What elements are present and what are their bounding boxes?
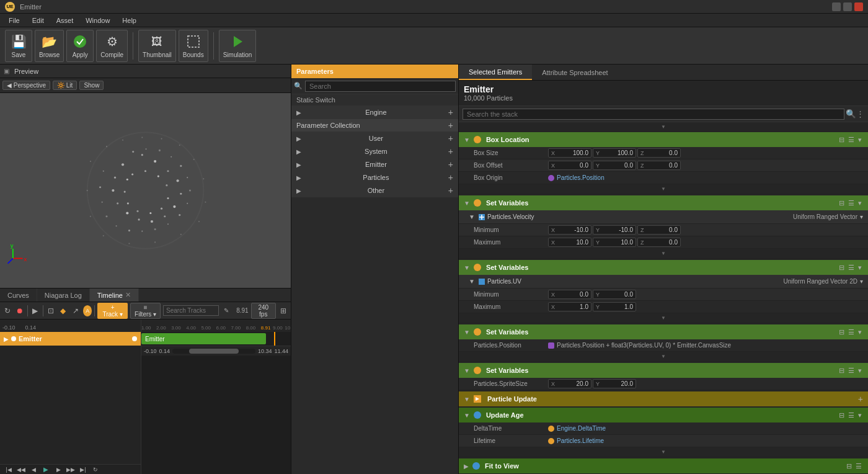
ua-settings[interactable]: ⊟ xyxy=(838,411,846,419)
particles-add-btn[interactable]: + xyxy=(448,173,453,182)
key-btn[interactable]: ◆ xyxy=(58,305,68,317)
params-engine-header[interactable]: ▶ Engine + xyxy=(291,106,458,118)
sv2-particles-uv[interactable]: ▼ Particles.UV Uniform Ranged Vector 2D … xyxy=(459,275,868,288)
set-variables-1-header[interactable]: ▼ Set Variables ⊟ ☰ ▾ xyxy=(459,195,868,210)
sv2-settings[interactable]: ⊟ xyxy=(838,264,846,272)
fps-button[interactable]: 240 fps xyxy=(251,303,276,319)
filters-button[interactable]: ≡ Filters ▾ xyxy=(130,303,161,319)
ftv-menu[interactable]: ☰ xyxy=(854,462,863,470)
record-btn[interactable]: ⏺ xyxy=(15,305,25,317)
sv1-particles-velocity[interactable]: ▼ Particles.Velocity Uniform Ranged Vect… xyxy=(459,210,868,224)
timeline-scroll-thumb[interactable] xyxy=(172,349,255,354)
set-variables-3-header[interactable]: ▼ Set Variables ⊟ ☰ ▾ xyxy=(459,324,868,339)
perspective-dropdown[interactable]: ◀ Perspective xyxy=(2,81,50,90)
scroll-thumb[interactable] xyxy=(189,349,239,354)
sv1-min-z[interactable]: Z0.0 xyxy=(637,225,681,235)
sv4-arrow[interactable]: ▾ xyxy=(857,367,863,375)
add-track-button[interactable]: + Track ▾ xyxy=(97,303,128,319)
params-user-header[interactable]: ▶ User + xyxy=(291,132,458,145)
timeline-tab-close[interactable]: ✕ xyxy=(125,291,131,299)
engine-add-btn[interactable]: + xyxy=(448,108,453,117)
loop-btn[interactable]: ↻ xyxy=(2,305,12,317)
box-location-header[interactable]: ▼ Box Location ⊟ ☰ ▾ xyxy=(459,132,868,147)
collapse-all-btn[interactable]: ▼ xyxy=(459,122,868,132)
sv2-dropdown[interactable]: ▾ xyxy=(860,278,863,285)
sv1-collapse-arr[interactable]: ▼ xyxy=(459,249,868,259)
lit-button[interactable]: 🔆 Lit xyxy=(53,81,77,90)
tl-next-frame[interactable]: ▶| xyxy=(77,463,89,475)
tab-timeline[interactable]: Timeline ✕ xyxy=(90,288,139,302)
sv1-max-y[interactable]: Y10.0 xyxy=(593,238,636,247)
parameters-search-input[interactable] xyxy=(305,81,456,92)
update-age-header[interactable]: ▼ Update Age ⊟ ☰ ▾ xyxy=(459,408,868,423)
ftv-settings[interactable]: ⊟ xyxy=(845,462,853,470)
browse-button[interactable]: 📂 Browse xyxy=(35,30,64,62)
apply-button[interactable]: Apply xyxy=(66,30,94,62)
tab-selected-emitters[interactable]: Selected Emitters xyxy=(459,65,532,80)
sv1-settings[interactable]: ⊟ xyxy=(838,199,846,207)
box-location-menu[interactable]: ☰ xyxy=(847,136,856,144)
menu-edit[interactable]: Edit xyxy=(26,16,50,25)
box-offset-z[interactable]: Z0.0 xyxy=(637,161,681,170)
set-variables-4-header[interactable]: ▼ Set Variables ⊟ ☰ ▾ xyxy=(459,363,868,378)
sv2-max-x[interactable]: X1.0 xyxy=(548,302,591,311)
tab-attribute-spreadsheet[interactable]: Attribute Spreadsheet xyxy=(532,65,618,80)
sv4-sprite-y[interactable]: Y20.0 xyxy=(593,379,636,388)
sv4-sprite-x[interactable]: X20.0 xyxy=(548,379,591,388)
sv1-min-x[interactable]: X-10.0 xyxy=(548,225,591,235)
menu-help[interactable]: Help xyxy=(116,16,143,25)
stack-search-input[interactable] xyxy=(463,109,844,120)
maximize-btn[interactable] xyxy=(843,2,852,11)
tab-niagara-log[interactable]: Niagara Log xyxy=(37,288,90,302)
tl-play[interactable]: ▶ xyxy=(40,463,52,475)
params-system-header[interactable]: ▶ System + xyxy=(291,145,458,158)
set-variables-2-header[interactable]: ▼ Set Variables ⊟ ☰ ▾ xyxy=(459,260,868,275)
thumbnail-button[interactable]: 🖼 Thumbnail xyxy=(138,30,176,62)
sv2-menu[interactable]: ☰ xyxy=(847,264,856,272)
sv4-settings[interactable]: ⊟ xyxy=(838,367,846,375)
params-other-header[interactable]: ▶ Other + xyxy=(291,184,458,197)
show-button[interactable]: Show xyxy=(79,81,104,90)
menu-window[interactable]: Window xyxy=(79,16,116,25)
sv2-arrow[interactable]: ▾ xyxy=(857,264,863,272)
box-location-arrow[interactable]: ▾ xyxy=(857,136,863,144)
sv2-min-x[interactable]: X0.0 xyxy=(548,290,591,299)
minimize-btn[interactable] xyxy=(832,2,841,11)
sv1-max-x[interactable]: X10.0 xyxy=(548,238,591,247)
sv1-dropdown[interactable]: ▾ xyxy=(860,213,863,220)
ua-menu[interactable]: ☰ xyxy=(847,411,856,419)
params-parameter-collection-header[interactable]: Parameter Collection + xyxy=(291,119,458,132)
parameter-collection-add-btn[interactable]: + xyxy=(448,121,453,130)
box-size-z[interactable]: Z0.0 xyxy=(637,148,681,158)
fit-to-view-header[interactable]: ▶ Fit to View ⊟ ☰ xyxy=(459,458,868,473)
compile-button[interactable]: ⚙ Compile xyxy=(96,30,128,62)
snap-btn[interactable]: ⊡ xyxy=(46,305,56,317)
sv2-collapse-arr[interactable]: ▼ xyxy=(459,313,868,323)
stack-search-icon[interactable]: 🔍 xyxy=(846,109,856,118)
tl-next-key[interactable]: ▶▶ xyxy=(64,463,77,475)
particle-update-header[interactable]: ▼ Particle Update + xyxy=(459,391,868,406)
bounds-button[interactable]: Bounds xyxy=(179,30,208,62)
sv3-menu[interactable]: ☰ xyxy=(847,328,856,336)
play-btn[interactable]: ▶ xyxy=(30,305,40,317)
tl-loop[interactable]: ↻ xyxy=(89,463,102,475)
ua-deltatime-value[interactable]: Engine.DeltaTime xyxy=(557,425,606,432)
tl-back[interactable]: ◀ xyxy=(27,463,40,475)
auto-key-btn[interactable]: A xyxy=(83,305,92,316)
emitter-add-btn[interactable]: + xyxy=(448,160,453,169)
box-offset-x[interactable]: X0.0 xyxy=(548,161,591,170)
tangent-btn[interactable]: ↗ xyxy=(71,305,81,317)
tl-prev-frame[interactable]: |◀ xyxy=(2,463,15,475)
sv1-max-z[interactable]: Z0.0 xyxy=(637,238,681,247)
close-btn[interactable] xyxy=(854,2,863,11)
sv2-min-y[interactable]: Y0.0 xyxy=(593,290,636,299)
params-particles-header[interactable]: ▶ Particles + xyxy=(291,171,458,184)
search-tracks-input[interactable] xyxy=(163,305,219,316)
sv1-min-y[interactable]: Y-10.0 xyxy=(593,225,636,235)
ua-lifetime-value[interactable]: Particles.Lifetime xyxy=(557,437,604,444)
box-offset-y[interactable]: Y0.0 xyxy=(593,161,636,170)
stack-options-btn[interactable]: ⋮ xyxy=(856,109,864,118)
timeline-options-btn[interactable]: ⊞ xyxy=(278,305,288,317)
sv3-arrow[interactable]: ▾ xyxy=(857,328,863,336)
ua-arrow[interactable]: ▾ xyxy=(857,411,863,419)
